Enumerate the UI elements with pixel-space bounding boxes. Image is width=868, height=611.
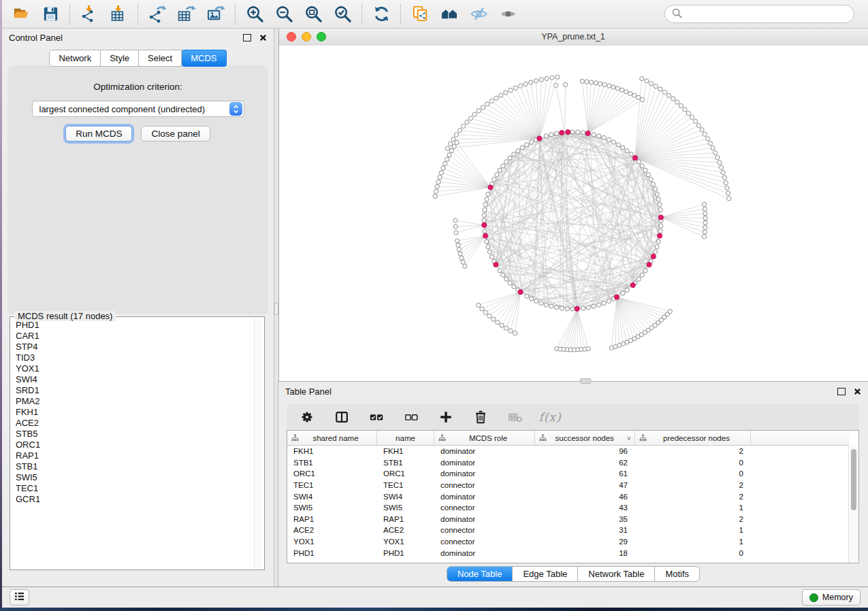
export-table-icon[interactable]: [175, 4, 198, 24]
mcds-result-scrollbar[interactable]: [254, 318, 263, 568]
tab-node-table[interactable]: Node Table: [447, 567, 513, 581]
mcds-result-item[interactable]: ACE2: [12, 418, 254, 429]
search-input[interactable]: [686, 7, 854, 21]
mcds-result-item[interactable]: STB5: [12, 429, 254, 440]
delete-column-icon[interactable]: [472, 409, 489, 425]
close-table-panel-icon[interactable]: [854, 388, 861, 395]
cell-mcds_role: dominator: [434, 459, 535, 467]
cell-predecessor: 0: [635, 459, 751, 467]
cell-successor: 31: [535, 526, 635, 534]
mcds-result-item[interactable]: STP4: [12, 342, 254, 352]
node-table: shared namenameMCDS rolesuccessor nodes∨…: [287, 430, 859, 563]
memory-label: Memory: [822, 593, 853, 602]
mcds-result-item[interactable]: SWI5: [12, 472, 254, 483]
tab-mcds[interactable]: MCDS: [182, 50, 226, 67]
split-columns-icon[interactable]: [334, 409, 350, 425]
import-network-icon[interactable]: [78, 4, 101, 24]
zoom-selected-icon[interactable]: [331, 4, 354, 24]
zoom-in-icon[interactable]: [243, 4, 266, 24]
table-row[interactable]: FKH1FKH1dominator962: [287, 446, 849, 457]
close-panel-button[interactable]: Close panel: [141, 126, 210, 142]
table-row[interactable]: RAP1RAP1dominator352: [287, 514, 849, 525]
mcds-result-item[interactable]: TEC1: [12, 483, 254, 494]
horizontal-splitter-handle[interactable]: [580, 378, 591, 384]
zoom-fit-icon[interactable]: [302, 4, 325, 24]
select-all-icon[interactable]: [368, 409, 385, 425]
task-history-button[interactable]: [10, 589, 29, 606]
column-header-MCDS-role[interactable]: MCDS role: [434, 431, 535, 445]
mcds-result-item[interactable]: ORC1: [12, 440, 254, 450]
cell-predecessor: 1: [635, 503, 751, 512]
search-box[interactable]: [664, 5, 854, 23]
mcds-result-item[interactable]: FKH1: [12, 407, 254, 418]
mcds-result-item[interactable]: RAP1: [12, 450, 254, 461]
criterion-select[interactable]: largest connected component (undirected): [32, 101, 244, 117]
refresh-network-icon[interactable]: [370, 4, 393, 24]
cell-predecessor: 1: [635, 526, 751, 534]
table-scrollbar[interactable]: [848, 445, 858, 563]
table-panel-header: Table Panel: [278, 382, 868, 401]
mcds-result-item[interactable]: SRD1: [12, 385, 254, 396]
memory-button[interactable]: Memory: [802, 589, 861, 606]
hide-panels-icon[interactable]: [467, 4, 490, 24]
column-header-predecessor-nodes[interactable]: predecessor nodes: [635, 431, 751, 445]
mcds-result-item[interactable]: STB1: [12, 461, 254, 472]
column-header-shared-name[interactable]: shared name: [287, 431, 377, 445]
save-session-icon[interactable]: [39, 4, 62, 24]
tab-network-table[interactable]: Network Table: [578, 567, 655, 581]
cell-successor: 43: [535, 503, 635, 512]
delete-table-icon: [507, 409, 524, 425]
table-scrollbar-thumb[interactable]: [851, 449, 856, 510]
mcds-result-item[interactable]: PHD1: [12, 320, 254, 331]
show-panels-icon[interactable]: [496, 4, 519, 24]
mcds-result-item[interactable]: GCR1: [12, 494, 254, 505]
deselect-all-icon[interactable]: [403, 409, 419, 425]
table-settings-icon[interactable]: [299, 409, 315, 425]
main-toolbar-groups: [2, 4, 527, 24]
close-panel-icon[interactable]: [259, 34, 267, 42]
column-header-name[interactable]: name: [377, 431, 434, 445]
float-panel-icon[interactable]: [243, 34, 251, 42]
tab-select[interactable]: Select: [139, 50, 182, 67]
list-icon: [14, 591, 25, 604]
mcds-result-item[interactable]: PMA2: [12, 396, 254, 407]
splitter-handle[interactable]: [274, 303, 278, 315]
table-row[interactable]: SWI4SWI4dominator462: [287, 491, 849, 502]
network-canvas[interactable]: [278, 46, 868, 381]
mcds-result-item[interactable]: TID3: [12, 352, 254, 363]
table-row[interactable]: ACE2ACE2connector311: [287, 525, 849, 536]
table-row[interactable]: TEC1TEC1connector472: [287, 480, 849, 491]
tab-style[interactable]: Style: [101, 50, 139, 67]
tab-edge-table[interactable]: Edge Table: [513, 567, 578, 581]
table-toolbar: f(x): [287, 404, 859, 430]
table-row[interactable]: PHD1PHD1dominator180: [287, 547, 849, 559]
table-row[interactable]: ORC1ORC1dominator610: [287, 468, 849, 480]
export-network-icon[interactable]: [146, 4, 169, 24]
cell-mcds_role: dominator: [434, 493, 535, 501]
network-graph[interactable]: [278, 46, 868, 381]
tab-motifs[interactable]: Motifs: [655, 567, 699, 581]
network-window-titlebar: YPA_prune.txt_1: [278, 28, 868, 46]
mcds-result-item[interactable]: YOX1: [12, 363, 254, 374]
mcds-result-item[interactable]: CAR1: [12, 331, 254, 342]
cell-successor: 62: [535, 459, 635, 467]
table-row[interactable]: YOX1YOX1connector291: [287, 536, 849, 548]
criterion-selected-value: largest connected component (undirected): [39, 104, 229, 114]
float-table-panel-icon[interactable]: [837, 388, 846, 395]
mcds-result-item[interactable]: SWI4: [12, 374, 254, 385]
export-image-icon[interactable]: [204, 4, 227, 24]
table-row[interactable]: SWI5SWI5connector431: [287, 502, 849, 514]
column-header-successor-nodes[interactable]: successor nodes∨: [535, 431, 635, 445]
open-file-icon[interactable]: [10, 4, 33, 24]
cell-shared_name: RAP1: [287, 515, 377, 523]
home-view-icon[interactable]: [438, 4, 461, 24]
table-row[interactable]: STB1STB1dominator620: [287, 457, 849, 469]
zoom-out-icon[interactable]: [272, 4, 295, 24]
cell-name: FKH1: [377, 447, 434, 455]
run-mcds-button[interactable]: Run MCDS: [65, 126, 132, 142]
cell-successor: 29: [535, 538, 635, 546]
duplicate-network-icon[interactable]: [408, 4, 432, 24]
tab-network[interactable]: Network: [49, 50, 101, 67]
import-table-icon[interactable]: [107, 4, 130, 24]
add-column-icon[interactable]: [438, 409, 454, 425]
